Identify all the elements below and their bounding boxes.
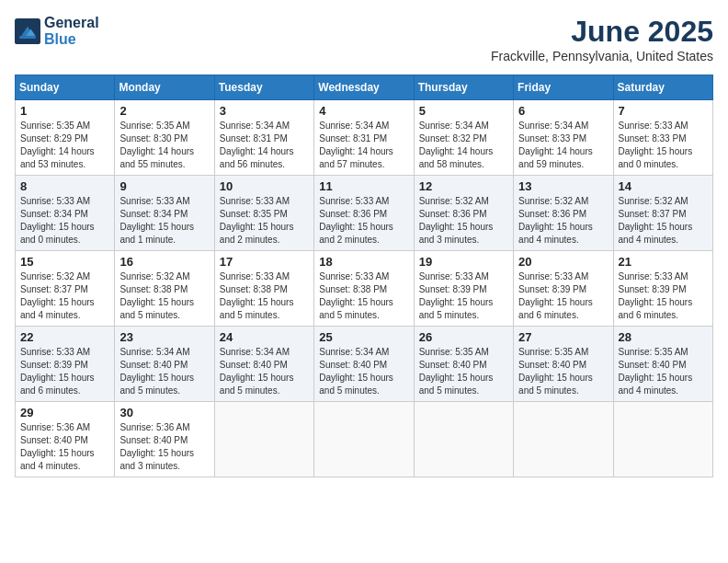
title-block: June 2025 Frackville, Pennsylvania, Unit… — [491, 15, 713, 63]
calendar-cell — [214, 402, 313, 477]
calendar-cell: 27Sunrise: 5:35 AM Sunset: 8:40 PM Dayli… — [514, 327, 613, 402]
day-info: Sunrise: 5:33 AM Sunset: 8:34 PM Dayligh… — [119, 195, 209, 247]
calendar-cell — [314, 402, 414, 477]
svg-rect-3 — [19, 36, 36, 39]
calendar-cell — [613, 402, 712, 477]
calendar-cell: 25Sunrise: 5:34 AM Sunset: 8:40 PM Dayli… — [314, 327, 414, 402]
calendar-week-row: 29Sunrise: 5:36 AM Sunset: 8:40 PM Dayli… — [16, 402, 713, 477]
calendar-cell — [514, 402, 613, 477]
day-number: 17 — [220, 255, 309, 269]
calendar-cell: 8Sunrise: 5:33 AM Sunset: 8:34 PM Daylig… — [16, 176, 115, 251]
day-info: Sunrise: 5:34 AM Sunset: 8:31 PM Dayligh… — [220, 120, 309, 171]
day-number: 5 — [419, 104, 508, 118]
day-info: Sunrise: 5:34 AM Sunset: 8:32 PM Dayligh… — [419, 120, 508, 171]
calendar-cell: 23Sunrise: 5:34 AM Sunset: 8:40 PM Dayli… — [115, 327, 214, 402]
day-number: 23 — [119, 330, 209, 344]
calendar-cell: 11Sunrise: 5:33 AM Sunset: 8:36 PM Dayli… — [314, 176, 414, 251]
day-info: Sunrise: 5:35 AM Sunset: 8:40 PM Dayligh… — [619, 346, 708, 397]
calendar-cell: 1Sunrise: 5:35 AM Sunset: 8:29 PM Daylig… — [16, 100, 115, 176]
page-header: General Blue June 2025 Frackville, Penns… — [15, 15, 713, 63]
day-info: Sunrise: 5:34 AM Sunset: 8:40 PM Dayligh… — [319, 346, 408, 397]
day-number: 18 — [319, 255, 408, 269]
day-info: Sunrise: 5:33 AM Sunset: 8:38 PM Dayligh… — [319, 270, 408, 322]
day-number: 28 — [619, 330, 708, 344]
day-number: 26 — [419, 330, 508, 344]
calendar-week-row: 15Sunrise: 5:32 AM Sunset: 8:37 PM Dayli… — [16, 251, 713, 327]
day-number: 27 — [518, 330, 608, 344]
month-title: June 2025 — [491, 15, 713, 49]
day-info: Sunrise: 5:32 AM Sunset: 8:38 PM Dayligh… — [119, 270, 209, 322]
calendar-week-row: 22Sunrise: 5:33 AM Sunset: 8:39 PM Dayli… — [16, 327, 713, 402]
day-info: Sunrise: 5:33 AM Sunset: 8:33 PM Dayligh… — [619, 120, 708, 171]
calendar-week-row: 8Sunrise: 5:33 AM Sunset: 8:34 PM Daylig… — [16, 176, 713, 251]
calendar-cell: 15Sunrise: 5:32 AM Sunset: 8:37 PM Dayli… — [16, 251, 115, 327]
calendar-cell: 21Sunrise: 5:33 AM Sunset: 8:39 PM Dayli… — [613, 251, 712, 327]
day-header-friday: Friday — [514, 75, 613, 100]
calendar-cell: 30Sunrise: 5:36 AM Sunset: 8:40 PM Dayli… — [115, 402, 214, 477]
calendar-cell: 4Sunrise: 5:34 AM Sunset: 8:31 PM Daylig… — [314, 100, 414, 176]
calendar-cell — [414, 402, 513, 477]
calendar-table: SundayMondayTuesdayWednesdayThursdayFrid… — [15, 75, 713, 477]
day-info: Sunrise: 5:33 AM Sunset: 8:39 PM Dayligh… — [20, 346, 109, 397]
calendar-cell: 22Sunrise: 5:33 AM Sunset: 8:39 PM Dayli… — [16, 327, 115, 402]
day-number: 12 — [419, 179, 508, 193]
day-info: Sunrise: 5:33 AM Sunset: 8:38 PM Dayligh… — [220, 270, 309, 322]
day-info: Sunrise: 5:33 AM Sunset: 8:35 PM Dayligh… — [220, 195, 309, 247]
calendar-cell: 26Sunrise: 5:35 AM Sunset: 8:40 PM Dayli… — [414, 327, 513, 402]
calendar-cell: 2Sunrise: 5:35 AM Sunset: 8:30 PM Daylig… — [115, 100, 214, 176]
day-number: 21 — [619, 255, 708, 269]
day-info: Sunrise: 5:36 AM Sunset: 8:40 PM Dayligh… — [20, 421, 109, 473]
day-number: 13 — [518, 179, 608, 193]
day-number: 4 — [319, 104, 408, 118]
day-info: Sunrise: 5:32 AM Sunset: 8:37 PM Dayligh… — [20, 270, 109, 322]
logo-text: General Blue — [44, 15, 99, 48]
day-number: 1 — [20, 104, 109, 118]
day-number: 10 — [220, 179, 309, 193]
day-info: Sunrise: 5:34 AM Sunset: 8:31 PM Dayligh… — [319, 120, 408, 171]
day-info: Sunrise: 5:36 AM Sunset: 8:40 PM Dayligh… — [119, 421, 209, 473]
day-info: Sunrise: 5:33 AM Sunset: 8:39 PM Dayligh… — [419, 270, 508, 322]
day-number: 29 — [20, 406, 109, 419]
day-number: 15 — [20, 255, 109, 269]
calendar-cell: 7Sunrise: 5:33 AM Sunset: 8:33 PM Daylig… — [613, 100, 712, 176]
day-number: 16 — [119, 255, 209, 269]
day-info: Sunrise: 5:32 AM Sunset: 8:37 PM Dayligh… — [619, 195, 708, 247]
calendar-cell: 10Sunrise: 5:33 AM Sunset: 8:35 PM Dayli… — [214, 176, 313, 251]
day-number: 14 — [619, 179, 708, 193]
calendar-cell: 28Sunrise: 5:35 AM Sunset: 8:40 PM Dayli… — [613, 327, 712, 402]
calendar-cell: 6Sunrise: 5:34 AM Sunset: 8:33 PM Daylig… — [514, 100, 613, 176]
logo-icon — [15, 18, 40, 44]
day-info: Sunrise: 5:33 AM Sunset: 8:39 PM Dayligh… — [518, 270, 608, 322]
day-info: Sunrise: 5:32 AM Sunset: 8:36 PM Dayligh… — [518, 195, 608, 247]
day-info: Sunrise: 5:33 AM Sunset: 8:36 PM Dayligh… — [319, 195, 408, 247]
logo: General Blue — [15, 15, 99, 48]
day-info: Sunrise: 5:34 AM Sunset: 8:40 PM Dayligh… — [220, 346, 309, 397]
day-info: Sunrise: 5:33 AM Sunset: 8:34 PM Dayligh… — [20, 195, 109, 247]
calendar-week-row: 1Sunrise: 5:35 AM Sunset: 8:29 PM Daylig… — [16, 100, 713, 176]
day-info: Sunrise: 5:35 AM Sunset: 8:30 PM Dayligh… — [119, 120, 209, 171]
day-number: 20 — [518, 255, 608, 269]
day-number: 30 — [119, 406, 209, 419]
day-info: Sunrise: 5:35 AM Sunset: 8:40 PM Dayligh… — [518, 346, 608, 397]
day-info: Sunrise: 5:35 AM Sunset: 8:29 PM Dayligh… — [20, 120, 109, 171]
day-header-monday: Monday — [115, 75, 214, 100]
day-number: 3 — [220, 104, 309, 118]
day-info: Sunrise: 5:33 AM Sunset: 8:39 PM Dayligh… — [619, 270, 708, 322]
day-number: 19 — [419, 255, 508, 269]
calendar-cell: 18Sunrise: 5:33 AM Sunset: 8:38 PM Dayli… — [314, 251, 414, 327]
calendar-cell: 5Sunrise: 5:34 AM Sunset: 8:32 PM Daylig… — [414, 100, 513, 176]
location: Frackville, Pennsylvania, United States — [491, 49, 713, 63]
day-info: Sunrise: 5:32 AM Sunset: 8:36 PM Dayligh… — [419, 195, 508, 247]
day-number: 25 — [319, 330, 408, 344]
day-header-thursday: Thursday — [414, 75, 513, 100]
day-info: Sunrise: 5:34 AM Sunset: 8:40 PM Dayligh… — [119, 346, 209, 397]
calendar-cell: 19Sunrise: 5:33 AM Sunset: 8:39 PM Dayli… — [414, 251, 513, 327]
day-number: 7 — [619, 104, 708, 118]
day-number: 22 — [20, 330, 109, 344]
day-info: Sunrise: 5:35 AM Sunset: 8:40 PM Dayligh… — [419, 346, 508, 397]
day-header-wednesday: Wednesday — [314, 75, 414, 100]
calendar-cell: 9Sunrise: 5:33 AM Sunset: 8:34 PM Daylig… — [115, 176, 214, 251]
calendar-cell: 17Sunrise: 5:33 AM Sunset: 8:38 PM Dayli… — [214, 251, 313, 327]
day-header-tuesday: Tuesday — [214, 75, 313, 100]
day-number: 24 — [220, 330, 309, 344]
